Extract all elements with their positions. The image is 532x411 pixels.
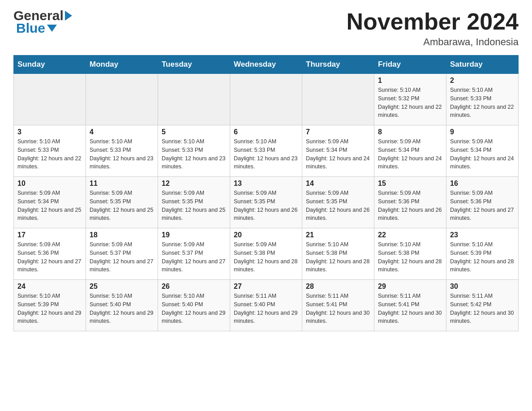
day-info: Sunrise: 5:09 AMSunset: 5:34 PMDaylight:… (450, 137, 515, 171)
calendar-cell: 15Sunrise: 5:09 AMSunset: 5:36 PMDayligh… (374, 177, 446, 228)
day-info: Sunrise: 5:11 AMSunset: 5:41 PMDaylight:… (306, 292, 370, 325)
day-info: Sunrise: 5:09 AMSunset: 5:34 PMDaylight:… (17, 189, 82, 223)
day-number: 28 (306, 283, 370, 291)
day-info: Sunrise: 5:10 AMSunset: 5:33 PMDaylight:… (17, 137, 82, 171)
calendar-cell: 14Sunrise: 5:09 AMSunset: 5:35 PMDayligh… (302, 177, 374, 228)
day-number: 23 (450, 231, 515, 239)
day-number: 2 (450, 77, 515, 85)
day-info: Sunrise: 5:09 AMSunset: 5:35 PMDaylight:… (90, 189, 154, 223)
calendar-cell: 12Sunrise: 5:09 AMSunset: 5:35 PMDayligh… (158, 177, 230, 228)
day-info: Sunrise: 5:10 AMSunset: 5:40 PMDaylight:… (162, 292, 226, 325)
calendar-cell: 5Sunrise: 5:10 AMSunset: 5:33 PMDaylight… (158, 125, 230, 177)
day-info: Sunrise: 5:10 AMSunset: 5:33 PMDaylight:… (90, 137, 154, 171)
day-number: 24 (17, 283, 82, 291)
week-row: 17Sunrise: 5:09 AMSunset: 5:36 PMDayligh… (14, 228, 519, 280)
calendar-cell: 21Sunrise: 5:10 AMSunset: 5:38 PMDayligh… (302, 228, 374, 280)
day-info: Sunrise: 5:09 AMSunset: 5:35 PMDaylight:… (234, 189, 298, 223)
calendar-cell (86, 74, 158, 125)
calendar-cell: 17Sunrise: 5:09 AMSunset: 5:36 PMDayligh… (14, 228, 86, 280)
calendar-cell: 6Sunrise: 5:10 AMSunset: 5:33 PMDaylight… (230, 125, 302, 177)
calendar-cell: 23Sunrise: 5:10 AMSunset: 5:39 PMDayligh… (446, 228, 519, 280)
calendar-title: November 2024 (347, 9, 519, 34)
day-info: Sunrise: 5:11 AMSunset: 5:42 PMDaylight:… (450, 292, 515, 325)
day-header-friday: Friday (374, 56, 446, 74)
calendar-cell: 4Sunrise: 5:10 AMSunset: 5:33 PMDaylight… (86, 125, 158, 177)
day-number: 29 (378, 283, 442, 291)
calendar-header: SundayMondayTuesdayWednesdayThursdayFrid… (14, 56, 519, 74)
calendar-cell: 9Sunrise: 5:09 AMSunset: 5:34 PMDaylight… (446, 125, 519, 177)
day-header-monday: Monday (86, 56, 158, 74)
calendar-body: 1Sunrise: 5:10 AMSunset: 5:32 PMDaylight… (14, 74, 519, 331)
calendar-cell: 25Sunrise: 5:10 AMSunset: 5:40 PMDayligh… (86, 280, 158, 331)
day-number: 19 (162, 231, 226, 239)
calendar-subtitle: Ambarawa, Indonesia (347, 36, 519, 48)
day-info: Sunrise: 5:10 AMSunset: 5:38 PMDaylight:… (378, 240, 442, 274)
calendar-cell: 26Sunrise: 5:10 AMSunset: 5:40 PMDayligh… (158, 280, 230, 331)
day-header-thursday: Thursday (302, 56, 374, 74)
week-row: 24Sunrise: 5:10 AMSunset: 5:39 PMDayligh… (14, 280, 519, 331)
calendar-cell: 30Sunrise: 5:11 AMSunset: 5:42 PMDayligh… (446, 280, 519, 331)
day-number: 15 (378, 180, 442, 188)
day-number: 12 (162, 180, 226, 188)
day-info: Sunrise: 5:10 AMSunset: 5:40 PMDaylight:… (90, 292, 154, 325)
day-number: 25 (90, 283, 154, 291)
logo-triangle-right-icon (65, 11, 72, 21)
day-info: Sunrise: 5:09 AMSunset: 5:35 PMDaylight:… (306, 189, 370, 223)
day-number: 4 (90, 128, 154, 136)
day-number: 26 (162, 283, 226, 291)
day-number: 11 (90, 180, 154, 188)
calendar-cell (158, 74, 230, 125)
calendar-cell: 13Sunrise: 5:09 AMSunset: 5:35 PMDayligh… (230, 177, 302, 228)
calendar-cell: 27Sunrise: 5:11 AMSunset: 5:40 PMDayligh… (230, 280, 302, 331)
day-info: Sunrise: 5:10 AMSunset: 5:33 PMDaylight:… (234, 137, 298, 171)
day-info: Sunrise: 5:10 AMSunset: 5:33 PMDaylight:… (450, 86, 515, 120)
day-number: 20 (234, 231, 298, 239)
day-number: 17 (17, 231, 82, 239)
day-info: Sunrise: 5:09 AMSunset: 5:37 PMDaylight:… (90, 240, 154, 274)
logo-blue-text: Blue (16, 21, 45, 35)
day-number: 9 (450, 128, 515, 136)
calendar-cell: 20Sunrise: 5:09 AMSunset: 5:38 PMDayligh… (230, 228, 302, 280)
logo-triangle-down-icon (47, 25, 57, 32)
header: General Blue November 2024 Ambarawa, Ind… (13, 9, 519, 48)
day-header-wednesday: Wednesday (230, 56, 302, 74)
calendar-cell: 8Sunrise: 5:09 AMSunset: 5:34 PMDaylight… (374, 125, 446, 177)
calendar-cell (230, 74, 302, 125)
day-info: Sunrise: 5:09 AMSunset: 5:36 PMDaylight:… (450, 189, 515, 223)
day-number: 21 (306, 231, 370, 239)
week-row: 10Sunrise: 5:09 AMSunset: 5:34 PMDayligh… (14, 177, 519, 228)
calendar-cell: 28Sunrise: 5:11 AMSunset: 5:41 PMDayligh… (302, 280, 374, 331)
calendar-cell: 10Sunrise: 5:09 AMSunset: 5:34 PMDayligh… (14, 177, 86, 228)
calendar-cell: 11Sunrise: 5:09 AMSunset: 5:35 PMDayligh… (86, 177, 158, 228)
day-info: Sunrise: 5:09 AMSunset: 5:35 PMDaylight:… (162, 189, 226, 223)
day-info: Sunrise: 5:11 AMSunset: 5:40 PMDaylight:… (234, 292, 298, 325)
day-info: Sunrise: 5:09 AMSunset: 5:38 PMDaylight:… (234, 240, 298, 274)
day-number: 5 (162, 128, 226, 136)
week-row: 1Sunrise: 5:10 AMSunset: 5:32 PMDaylight… (14, 74, 519, 125)
day-info: Sunrise: 5:10 AMSunset: 5:33 PMDaylight:… (162, 137, 226, 171)
day-info: Sunrise: 5:09 AMSunset: 5:36 PMDaylight:… (378, 189, 442, 223)
day-info: Sunrise: 5:09 AMSunset: 5:34 PMDaylight:… (378, 137, 442, 171)
day-number: 7 (306, 128, 370, 136)
calendar-cell: 16Sunrise: 5:09 AMSunset: 5:36 PMDayligh… (446, 177, 519, 228)
calendar-cell: 24Sunrise: 5:10 AMSunset: 5:39 PMDayligh… (14, 280, 86, 331)
day-number: 1 (378, 77, 442, 85)
day-number: 22 (378, 231, 442, 239)
day-number: 3 (17, 128, 82, 136)
day-info: Sunrise: 5:09 AMSunset: 5:34 PMDaylight:… (306, 137, 370, 171)
calendar-cell (302, 74, 374, 125)
calendar-cell: 19Sunrise: 5:09 AMSunset: 5:37 PMDayligh… (158, 228, 230, 280)
day-number: 16 (450, 180, 515, 188)
day-info: Sunrise: 5:10 AMSunset: 5:38 PMDaylight:… (306, 240, 370, 274)
day-info: Sunrise: 5:10 AMSunset: 5:32 PMDaylight:… (378, 86, 442, 120)
day-info: Sunrise: 5:11 AMSunset: 5:41 PMDaylight:… (378, 292, 442, 325)
day-number: 8 (378, 128, 442, 136)
calendar-cell: 22Sunrise: 5:10 AMSunset: 5:38 PMDayligh… (374, 228, 446, 280)
calendar-cell: 3Sunrise: 5:10 AMSunset: 5:33 PMDaylight… (14, 125, 86, 177)
calendar-cell: 2Sunrise: 5:10 AMSunset: 5:33 PMDaylight… (446, 74, 519, 125)
header-row: SundayMondayTuesdayWednesdayThursdayFrid… (14, 56, 519, 74)
day-number: 6 (234, 128, 298, 136)
calendar-cell: 29Sunrise: 5:11 AMSunset: 5:41 PMDayligh… (374, 280, 446, 331)
calendar-cell (14, 74, 86, 125)
calendar-cell: 18Sunrise: 5:09 AMSunset: 5:37 PMDayligh… (86, 228, 158, 280)
